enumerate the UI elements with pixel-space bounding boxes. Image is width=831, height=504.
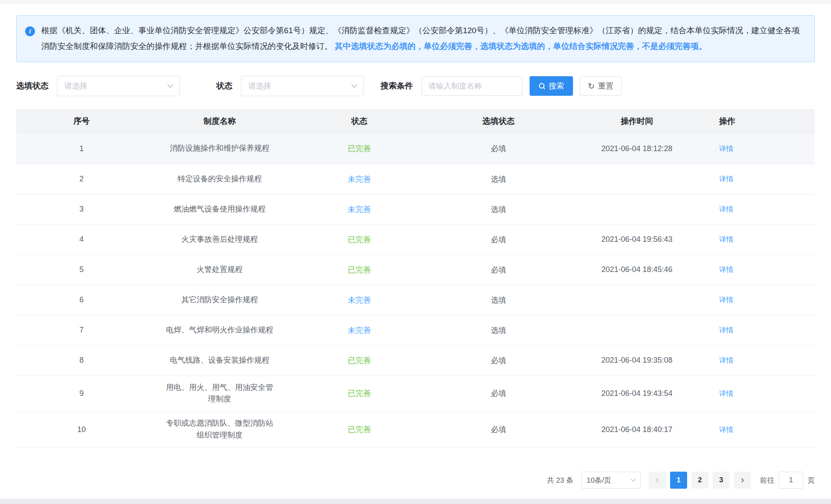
institution-name: 燃油燃气设备使用操作规程 xyxy=(174,203,266,215)
cell-name: 火灾事故善后处理规程 xyxy=(147,224,292,255)
institution-name: 用电、用火、用气、用油安全管理制度 xyxy=(163,382,277,406)
chevron-down-icon xyxy=(630,477,636,482)
status-text: 未完善 xyxy=(348,175,371,183)
column-header-2: 制度名称 xyxy=(147,109,292,134)
status-text: 已完善 xyxy=(348,389,371,398)
cell-action: 详情 xyxy=(703,412,815,448)
search-button[interactable]: 搜索 xyxy=(530,76,573,96)
table-row: 10专职或志愿消防队、微型消防站组织管理制度已完善必填2021-06-04 18… xyxy=(16,412,815,448)
status-text: 已完善 xyxy=(348,425,371,434)
table-body: 1消防设施操作和维护保养规程已完善必填2021-06-04 18:12:28详情… xyxy=(16,134,815,448)
cell-status: 已完善 xyxy=(292,224,426,255)
next-page-button[interactable]: › xyxy=(734,472,751,489)
cell-action: 详情 xyxy=(703,315,815,345)
prev-page-button[interactable]: ‹ xyxy=(649,472,666,489)
reset-button[interactable]: ↻ 重置 xyxy=(580,76,622,96)
institution-name: 消防设施操作和维护保养规程 xyxy=(170,143,269,155)
cell-name: 用电、用火、用气、用油安全管理制度 xyxy=(147,375,292,412)
table-row: 2特定设备的安全操作规程未完善选填详情 xyxy=(16,164,815,194)
cell-name: 电气线路、设备安装操作规程 xyxy=(147,345,292,375)
status-select[interactable]: 请选择 xyxy=(241,76,364,96)
info-alert: i 根据《机关、团体、企业、事业单位消防安全管理规定》公安部令第61号）规定、《… xyxy=(16,15,815,62)
detail-link[interactable]: 详情 xyxy=(719,235,734,244)
cell-action: 详情 xyxy=(703,255,815,285)
detail-link[interactable]: 详情 xyxy=(719,355,734,365)
cell-required: 必填 xyxy=(426,255,571,285)
status-label: 状态 xyxy=(216,80,232,92)
detail-link[interactable]: 详情 xyxy=(719,144,734,154)
cell-required: 选填 xyxy=(426,194,571,224)
cell-required: 必填 xyxy=(426,345,571,375)
cell-index: 9 xyxy=(16,375,147,412)
cell-action: 详情 xyxy=(703,375,815,412)
cell-index: 6 xyxy=(16,285,147,315)
cell-index: 3 xyxy=(16,194,147,224)
filter-bar: 选填状态 请选择 状态 请选择 搜索条件 搜索 ↻ 重置 xyxy=(16,76,815,96)
cell-name: 消防设施操作和维护保养规程 xyxy=(147,134,292,164)
page-size-select[interactable]: 10条/页 xyxy=(581,472,641,489)
detail-link[interactable]: 详情 xyxy=(719,265,734,275)
cell-required: 必填 xyxy=(426,412,571,448)
page-button-3[interactable]: 3 xyxy=(713,472,730,489)
search-condition-label: 搜索条件 xyxy=(381,80,413,92)
info-icon: i xyxy=(25,26,35,36)
cell-action: 详情 xyxy=(703,285,815,315)
cell-time: 2021-06-04 18:40:17 xyxy=(571,412,703,448)
detail-link[interactable]: 详情 xyxy=(719,325,734,335)
cell-status: 已完善 xyxy=(292,134,426,164)
page-controls: ‹ 123 › xyxy=(647,472,753,489)
cell-name: 其它消防安全操作规程 xyxy=(147,285,292,315)
cell-index: 1 xyxy=(16,134,147,164)
cell-status: 已完善 xyxy=(292,345,426,375)
cell-action: 详情 xyxy=(703,224,815,255)
institution-name: 专职或志愿消防队、微型消防站组织管理制度 xyxy=(163,418,277,441)
cell-action: 详情 xyxy=(703,194,815,224)
cell-name: 电焊、气焊和明火作业操作规程 xyxy=(147,315,292,345)
detail-link[interactable]: 详情 xyxy=(719,295,734,305)
records-table: 序号制度名称状态选填状态操作时间操作 1消防设施操作和维护保养规程已完善必填20… xyxy=(16,109,815,448)
total-count: 共 23 条 xyxy=(547,475,573,485)
column-header-6: 操作 xyxy=(703,109,815,134)
status-text: 已完善 xyxy=(348,356,371,365)
cell-required: 必填 xyxy=(426,134,571,164)
detail-link[interactable]: 详情 xyxy=(719,174,734,184)
detail-link[interactable]: 详情 xyxy=(719,425,734,435)
table-row: 5火警处置规程已完善必填2021-06-04 18:45:46详情 xyxy=(16,255,815,285)
page-size-value: 10条/页 xyxy=(587,475,611,485)
chevron-down-icon xyxy=(167,82,173,88)
table-row: 1消防设施操作和维护保养规程已完善必填2021-06-04 18:12:28详情 xyxy=(16,134,815,164)
cell-time: 2021-06-04 19:56:43 xyxy=(571,224,703,255)
table-row: 4火灾事故善后处理规程已完善必填2021-06-04 19:56:43详情 xyxy=(16,224,815,255)
cell-index: 5 xyxy=(16,255,147,285)
alert-text-highlight: 其中选填状态为必填的，单位必须完善，选填状态为选填的，单位结合实际情况完善，不是… xyxy=(335,42,707,51)
chevron-down-icon xyxy=(351,82,357,88)
page: i 根据《机关、团体、企业、事业单位消防安全管理规定》公安部令第61号）规定、《… xyxy=(0,0,831,504)
search-input[interactable] xyxy=(421,76,523,96)
detail-link[interactable]: 详情 xyxy=(719,389,734,398)
cell-action: 详情 xyxy=(703,134,815,164)
table-row: 3燃油燃气设备使用操作规程未完善选填详情 xyxy=(16,194,815,224)
cell-required: 必填 xyxy=(426,375,571,412)
cell-name: 火警处置规程 xyxy=(147,255,292,285)
detail-link[interactable]: 详情 xyxy=(719,204,734,214)
cell-status: 已完善 xyxy=(292,255,426,285)
status-text: 未完善 xyxy=(348,296,371,304)
goto-page-input[interactable] xyxy=(779,472,803,489)
search-icon xyxy=(539,83,545,89)
institution-name: 特定设备的安全操作规程 xyxy=(178,173,262,185)
cell-status: 未完善 xyxy=(292,194,426,224)
cell-status: 未完善 xyxy=(292,285,426,315)
optional-status-select[interactable]: 请选择 xyxy=(57,76,180,96)
page-button-1[interactable]: 1 xyxy=(670,472,687,489)
cell-index: 10 xyxy=(16,412,147,448)
institution-name: 火灾事故善后处理规程 xyxy=(181,234,258,246)
reset-button-label: 重置 xyxy=(598,81,613,91)
cell-name: 特定设备的安全操作规程 xyxy=(147,164,292,194)
cell-index: 2 xyxy=(16,164,147,194)
page-button-2[interactable]: 2 xyxy=(691,472,708,489)
cell-index: 4 xyxy=(16,224,147,255)
cell-status: 未完善 xyxy=(292,164,426,194)
cell-time xyxy=(571,164,703,194)
cell-required: 必填 xyxy=(426,224,571,255)
cell-time xyxy=(571,315,703,345)
